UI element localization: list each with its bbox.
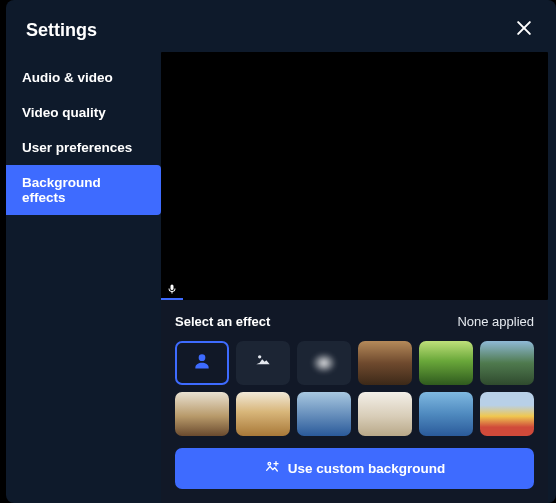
svg-point-4 bbox=[268, 462, 271, 465]
blur-icon bbox=[312, 353, 336, 373]
effect-background-2[interactable] bbox=[419, 341, 473, 385]
modal-title: Settings bbox=[26, 20, 97, 41]
settings-sidebar: Audio & video Video quality User prefere… bbox=[6, 52, 161, 503]
image-icon bbox=[253, 351, 273, 375]
sidebar-item-background-effects[interactable]: Background effects bbox=[6, 165, 161, 215]
use-custom-background-button[interactable]: Use custom background bbox=[175, 448, 534, 489]
main-panel: Select an effect None applied bbox=[161, 52, 556, 503]
settings-modal: Settings Audio & video Video quality Use… bbox=[6, 0, 556, 503]
person-icon bbox=[192, 351, 212, 375]
microphone-icon bbox=[166, 281, 178, 299]
effects-header: Select an effect None applied bbox=[175, 314, 534, 329]
microphone-indicator[interactable] bbox=[161, 278, 183, 300]
effects-title: Select an effect bbox=[175, 314, 270, 329]
effect-background-9[interactable] bbox=[480, 392, 534, 436]
svg-point-2 bbox=[199, 354, 206, 361]
svg-point-3 bbox=[258, 355, 261, 358]
effect-none[interactable] bbox=[175, 341, 229, 385]
effect-background-6[interactable] bbox=[297, 392, 351, 436]
modal-body: Audio & video Video quality User prefere… bbox=[6, 52, 556, 503]
effect-background-4[interactable] bbox=[175, 392, 229, 436]
effect-blur[interactable] bbox=[297, 341, 351, 385]
sidebar-item-video-quality[interactable]: Video quality bbox=[6, 95, 161, 130]
effect-background-5[interactable] bbox=[236, 392, 290, 436]
effects-status: None applied bbox=[457, 314, 534, 329]
effects-grid bbox=[175, 341, 534, 436]
effect-background-7[interactable] bbox=[358, 392, 412, 436]
effect-background-8[interactable] bbox=[419, 392, 473, 436]
video-preview bbox=[161, 52, 548, 300]
sidebar-item-audio-video[interactable]: Audio & video bbox=[6, 60, 161, 95]
sidebar-item-label: User preferences bbox=[22, 140, 132, 155]
custom-background-label: Use custom background bbox=[288, 461, 446, 476]
close-icon bbox=[514, 18, 534, 42]
effect-image-upload[interactable] bbox=[236, 341, 290, 385]
sidebar-item-label: Audio & video bbox=[22, 70, 113, 85]
sidebar-item-label: Video quality bbox=[22, 105, 106, 120]
sidebar-item-label: Background effects bbox=[22, 175, 101, 205]
effect-background-1[interactable] bbox=[358, 341, 412, 385]
close-button[interactable] bbox=[512, 18, 536, 42]
effects-panel: Select an effect None applied bbox=[161, 300, 548, 503]
modal-header: Settings bbox=[6, 0, 556, 52]
effect-background-3[interactable] bbox=[480, 341, 534, 385]
image-add-icon bbox=[264, 459, 280, 478]
sidebar-item-user-preferences[interactable]: User preferences bbox=[6, 130, 161, 165]
